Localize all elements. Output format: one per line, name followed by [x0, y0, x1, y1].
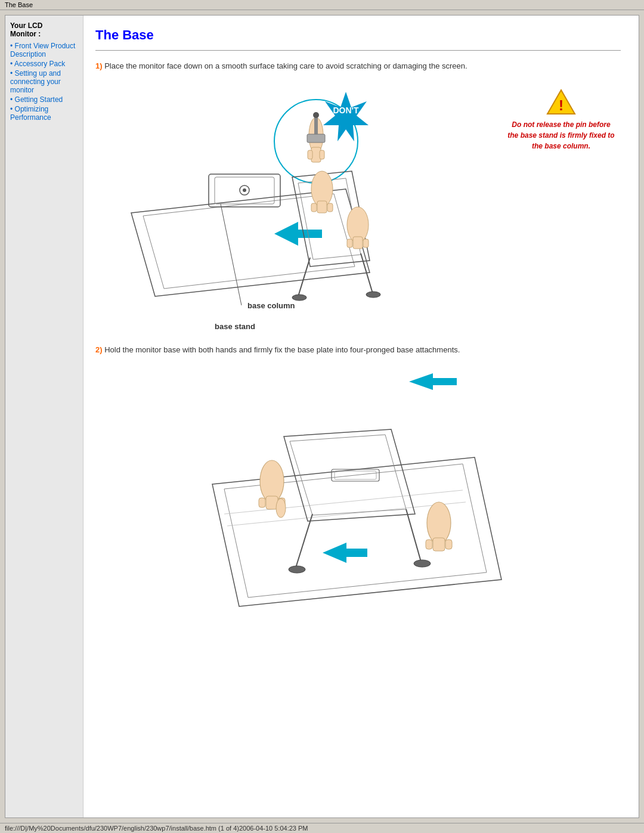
svg-rect-10 [308, 150, 312, 159]
svg-text:DON'T: DON'T [333, 106, 359, 115]
svg-rect-11 [320, 150, 324, 159]
sidebar-link-getting-started[interactable]: Getting Started [15, 95, 63, 104]
svg-point-23 [366, 292, 380, 298]
sidebar-link-accessory[interactable]: Accessory Pack [14, 60, 65, 68]
step2-marker: 2) [95, 345, 103, 354]
warning-text: Do not release the pin before the base s… [507, 119, 615, 151]
sidebar: Your LCD Monitor : • Front View Product … [5, 16, 83, 817]
svg-rect-55 [445, 540, 452, 549]
diagram-area-1: base column [95, 82, 621, 332]
browser-area: Your LCD Monitor : • Front View Product … [0, 10, 644, 823]
sidebar-item-front-view[interactable]: • Front View Product Description [10, 42, 78, 58]
main-content: The Base 1) Place the monitor face down … [83, 16, 639, 817]
diagram-main-1: base column [95, 82, 490, 332]
svg-rect-50 [259, 498, 265, 507]
status-bar: file:///D|/My%20Documents/dfu/230WP7/eng… [0, 823, 644, 833]
divider [95, 50, 621, 51]
sidebar-item-setting-up[interactable]: • Setting up and connecting your monitor [10, 69, 78, 94]
svg-line-20 [298, 258, 310, 296]
sidebar-nav: • Front View Product Description • Acces… [10, 42, 78, 122]
status-text: file:///D|/My%20Documents/dfu/230WP7/eng… [5, 825, 308, 832]
svg-point-46 [414, 560, 431, 567]
svg-text:!: ! [559, 97, 564, 113]
thumb-left-2 [276, 498, 286, 518]
page-wrapper: Your LCD Monitor : • Front View Product … [5, 15, 639, 818]
base-column-label: base column [247, 301, 295, 310]
svg-rect-25 [317, 201, 327, 213]
hand-right-2 [426, 502, 452, 551]
top-arrow [409, 373, 457, 390]
step1-text: 1) Place the monitor face down on a smoo… [95, 60, 621, 72]
base-flat-group [212, 457, 501, 606]
svg-marker-17 [274, 222, 322, 246]
page-title: The Base [95, 27, 621, 43]
svg-rect-12 [314, 116, 318, 135]
svg-marker-0 [131, 189, 370, 296]
sidebar-link-optimizing[interactable]: Optimizing Performance [10, 105, 51, 122]
sidebar-link-setting-up[interactable]: Setting up and connecting your monitor [10, 69, 61, 94]
svg-point-45 [289, 566, 305, 573]
svg-point-56 [276, 498, 286, 518]
base-assembly-illustration-1: base column [95, 82, 394, 332]
svg-marker-42 [290, 435, 406, 515]
step1-description: Place the monitor face down on a smooth … [104, 61, 467, 70]
step1-marker: 1) [95, 61, 103, 70]
svg-marker-47 [323, 543, 367, 563]
title-bar-text: The Base [5, 1, 33, 8]
svg-rect-54 [426, 540, 432, 549]
warning-box: ! Do not release the pin before the base… [501, 82, 621, 157]
step2-description: Hold the monitor base with both hands an… [104, 345, 460, 354]
sidebar-item-getting-started[interactable]: • Getting Started [10, 95, 78, 104]
sidebar-heading: Your LCD Monitor : [10, 21, 78, 38]
warning-icon: ! [546, 88, 576, 117]
sidebar-item-optimizing[interactable]: • Optimizing Performance [10, 105, 78, 122]
svg-rect-30 [347, 239, 352, 247]
arrow-1 [274, 222, 322, 246]
svg-rect-31 [363, 239, 369, 247]
svg-line-43 [296, 514, 312, 568]
svg-marker-35 [212, 457, 501, 606]
svg-marker-34 [409, 373, 457, 390]
svg-line-6 [221, 204, 242, 305]
svg-rect-14 [307, 134, 325, 143]
left-arrow [323, 543, 367, 563]
svg-point-22 [292, 295, 306, 301]
step2-text: 2) Hold the monitor base with both hands… [95, 344, 621, 356]
svg-rect-27 [327, 203, 333, 212]
svg-point-5 [243, 188, 246, 192]
sidebar-item-accessory[interactable]: • Accessory Pack [10, 60, 78, 68]
base-plate-group: base column [131, 174, 370, 310]
svg-point-13 [313, 112, 319, 118]
title-bar: The Base [0, 0, 644, 10]
sidebar-link-front-view[interactable]: Front View Product Description [10, 42, 75, 58]
base-stand-label: base stand [215, 322, 255, 331]
base-assembly-illustration-2 [165, 365, 552, 621]
svg-line-44 [406, 509, 421, 562]
svg-rect-29 [353, 237, 363, 249]
diagram-area-2 [95, 365, 621, 621]
svg-rect-53 [433, 538, 445, 551]
svg-rect-26 [311, 203, 317, 212]
